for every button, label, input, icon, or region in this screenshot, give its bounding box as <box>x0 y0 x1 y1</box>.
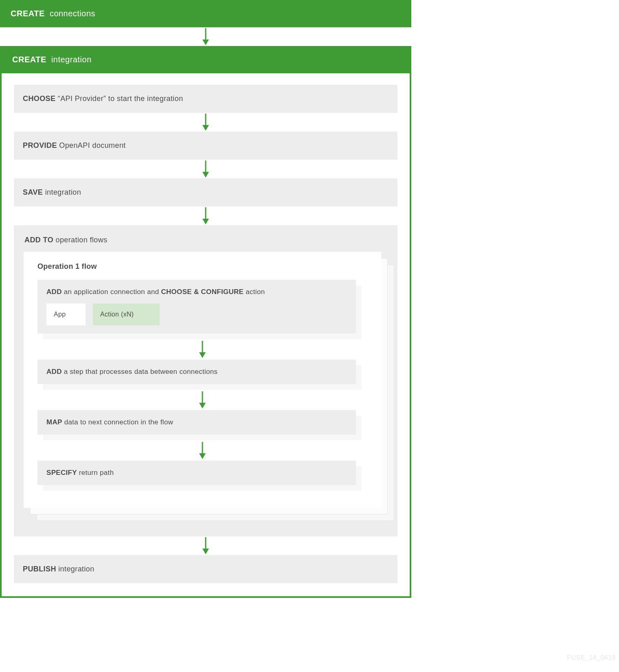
arrow-down-icon <box>14 206 397 225</box>
step-choose: CHOOSE “API Provider” to start the integ… <box>14 85 397 113</box>
substep-add-action-text: ADD an application connection and CHOOSE… <box>46 288 347 296</box>
arrow-down-icon <box>37 440 367 461</box>
step-provide: PROVIDE OpenAPI document <box>14 132 397 160</box>
create-integration-bold: CREATE <box>12 55 46 64</box>
create-connections-bold: CREATE <box>11 9 45 18</box>
substep-map: MAP data to next connection in the flow <box>37 410 356 435</box>
arrow-down-icon <box>14 113 397 132</box>
substep-add-step: ADD a step that processes data between c… <box>37 360 356 384</box>
addto-title: ADD TO operation flows <box>24 234 388 252</box>
arrow-down-icon <box>14 536 397 555</box>
action-box: Action (xN) <box>93 303 160 325</box>
operation-flow-stack: Operation 1 flow ADD an application conn… <box>24 252 381 508</box>
operation-flow-card: Operation 1 flow ADD an application conn… <box>24 252 381 508</box>
addto-operation-flows-panel: ADD TO operation flows Operation 1 flow … <box>14 225 397 536</box>
diagram-id: FUSE_14_0419 <box>567 654 616 661</box>
app-action-row: App Action (xN) <box>46 296 347 325</box>
step-save: SAVE integration <box>14 178 397 206</box>
create-integration-container: CREATE integration CHOOSE “API Provider”… <box>0 46 411 598</box>
create-connections-bar: CREATE connections <box>0 0 411 27</box>
substep-add-action: ADD an application connection and CHOOSE… <box>37 280 356 334</box>
integration-body: CHOOSE “API Provider” to start the integ… <box>2 73 410 596</box>
arrow-down-icon <box>37 339 367 360</box>
step-publish: PUBLISH integration <box>14 555 397 583</box>
diagram-canvas: CREATE connections CREATE integration CH… <box>0 0 411 598</box>
operation-flow-title: Operation 1 flow <box>37 262 367 280</box>
arrow-down-icon <box>14 160 397 178</box>
create-integration-bar: CREATE integration <box>2 46 410 73</box>
arrow-down-icon <box>37 390 367 410</box>
substep-specify: SPECIFY return path <box>37 461 356 485</box>
arrow-down-icon <box>0 27 411 46</box>
create-integration-text: integration <box>51 55 92 64</box>
app-box: App <box>46 303 86 325</box>
